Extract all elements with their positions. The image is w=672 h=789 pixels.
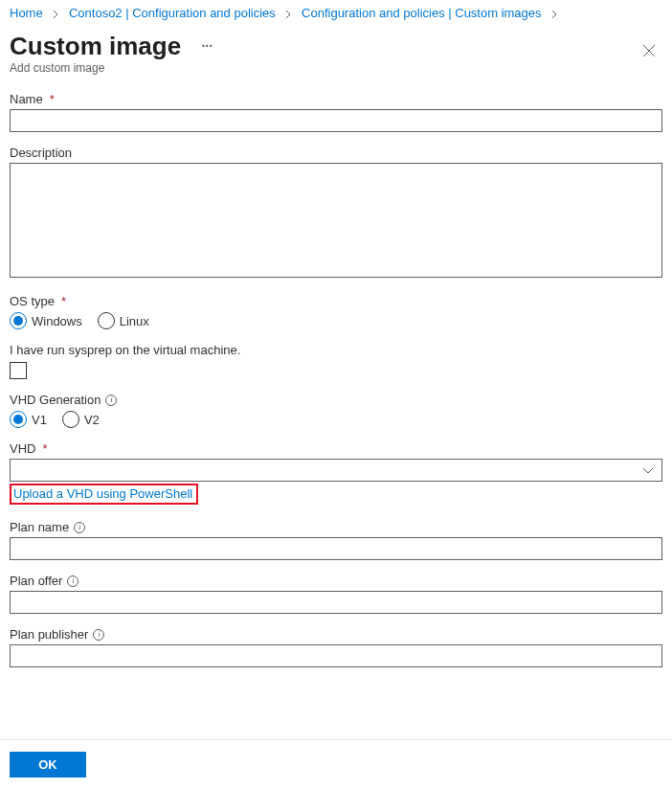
radio-windows[interactable]: Windows	[10, 312, 82, 329]
upload-vhd-highlight: Upload a VHD using PowerShell	[10, 484, 198, 505]
info-icon[interactable]: i	[93, 629, 104, 641]
plan-publisher-label: Plan publisher	[10, 627, 88, 642]
field-vhd-generation: VHD Generation i V1 V2	[10, 393, 662, 428]
chevron-right-icon	[52, 6, 59, 20]
required-asterisk: *	[61, 294, 66, 308]
radio-icon	[10, 411, 27, 428]
field-plan-offer: Plan offer i	[10, 574, 662, 614]
chevron-right-icon	[550, 6, 558, 20]
os-type-label: OS type	[10, 294, 55, 308]
more-actions-icon[interactable]: ···	[201, 38, 213, 54]
vhd-select[interactable]	[10, 459, 662, 482]
vhd-label: VHD	[10, 441, 35, 456]
name-input[interactable]	[10, 109, 662, 132]
breadcrumb-custom-images[interactable]: Configuration and policies | Custom imag…	[302, 6, 542, 20]
close-icon	[642, 44, 656, 57]
plan-name-input[interactable]	[10, 537, 662, 560]
radio-linux[interactable]: Linux	[98, 312, 149, 329]
sysprep-label: I have run sysprep on the virtual machin…	[10, 343, 240, 357]
plan-name-label: Plan name	[10, 520, 69, 534]
radio-icon	[98, 312, 115, 329]
field-vhd: VHD* Upload a VHD using PowerShell	[10, 441, 662, 505]
close-button[interactable]	[638, 39, 661, 62]
upload-vhd-link[interactable]: Upload a VHD using PowerShell	[13, 486, 192, 501]
radio-icon	[10, 312, 27, 329]
chevron-down-icon	[642, 463, 654, 478]
plan-offer-label: Plan offer	[10, 574, 62, 588]
info-icon[interactable]: i	[74, 522, 85, 533]
description-input[interactable]	[10, 163, 662, 278]
page-subtitle: Add custom image	[10, 61, 638, 75]
field-plan-publisher: Plan publisher i	[10, 627, 662, 667]
info-icon[interactable]: i	[67, 575, 78, 587]
field-name: Name*	[10, 92, 662, 132]
chevron-right-icon	[284, 6, 292, 20]
page-title: Custom image	[10, 32, 181, 60]
ok-button[interactable]: OK	[10, 752, 86, 778]
footer-bar: OK	[0, 739, 672, 789]
field-os-type: OS type* Windows Linux	[10, 294, 662, 329]
field-sysprep: I have run sysprep on the virtual machin…	[10, 343, 662, 379]
breadcrumb-contoso[interactable]: Contoso2 | Configuration and policies	[69, 6, 276, 20]
radio-linux-label: Linux	[120, 314, 149, 328]
required-asterisk: *	[42, 441, 47, 456]
vhd-gen-label: VHD Generation	[10, 393, 101, 407]
radio-v1-label: V1	[32, 413, 47, 427]
info-icon[interactable]: i	[105, 394, 117, 406]
radio-v1[interactable]: V1	[10, 411, 47, 428]
sysprep-checkbox[interactable]	[10, 362, 27, 379]
radio-v2[interactable]: V2	[62, 411, 100, 428]
radio-windows-label: Windows	[32, 314, 82, 328]
radio-v2-label: V2	[84, 413, 100, 427]
description-label: Description	[10, 146, 72, 160]
field-description: Description	[10, 146, 662, 281]
radio-icon	[62, 411, 79, 428]
plan-offer-input[interactable]	[10, 591, 662, 614]
required-asterisk: *	[50, 92, 55, 106]
plan-publisher-input[interactable]	[10, 644, 662, 667]
breadcrumb: Home Contoso2 | Configuration and polici…	[0, 0, 672, 24]
breadcrumb-home[interactable]: Home	[10, 6, 43, 20]
field-plan-name: Plan name i	[10, 520, 662, 560]
name-label: Name	[10, 92, 43, 106]
